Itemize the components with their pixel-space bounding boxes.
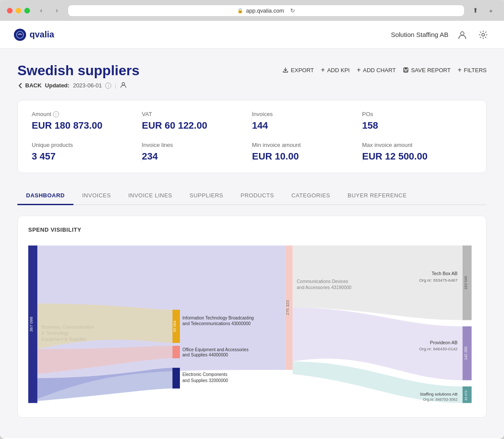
kpi-amount-value: EUR 180 873.00 [32, 120, 131, 131]
svg-point-1 [461, 32, 464, 35]
top-nav: qvalia Solution Staffing AB [0, 21, 504, 49]
add-chart-label: ADD CHART [363, 67, 396, 73]
kpi-amount-info[interactable]: i [53, 111, 59, 117]
svg-rect-4 [405, 68, 407, 69]
left-bar-label: 367 098 [29, 317, 33, 332]
staffing-org: Org.nr: 846703-3062 [423, 397, 458, 402]
save-report-button[interactable]: SAVE REPORT [403, 67, 451, 73]
close-button[interactable] [7, 8, 13, 13]
url-text: app.qvalia.com [246, 7, 284, 14]
tab-suppliers[interactable]: SUPPLIERS [181, 187, 232, 205]
user-icon [120, 81, 127, 90]
kpi-invoices: Invoices 144 [252, 111, 362, 131]
svg-rect-5 [405, 70, 407, 72]
filters-label: FILTERS [464, 67, 487, 73]
reload-icon[interactable]: ↻ [290, 7, 295, 14]
top-nav-right: Solution Staffing AB [391, 28, 490, 42]
kpi-invoices-value: 144 [252, 120, 351, 131]
tab-categories[interactable]: CATEGORIES [283, 187, 339, 205]
kpi-max-amount-value: EUR 12 500.00 [362, 151, 462, 162]
right-pink-label: 275 323 [285, 300, 290, 315]
provideon-name: Provideon AB [430, 340, 458, 345]
company-name: Solution Staffing AB [391, 31, 448, 38]
kpi-invoice-lines: Invoice lines 234 [142, 142, 252, 162]
main-page: Swedish suppliers EXPORT + ADD KPI + ADD… [0, 49, 504, 418]
sankey-chart: 367 098 Business, Communication & Techno… [28, 242, 476, 407]
kpi-min-amount: Min invoice amount EUR 10.00 [252, 142, 362, 162]
add-kpi-button[interactable]: + ADD KPI [321, 66, 350, 74]
kpi-pos-label: POs [362, 111, 462, 117]
kpi-vat-label: VAT [142, 111, 242, 117]
info-icon[interactable]: i [105, 83, 111, 89]
tabs-section: DASHBOARD INVOICES INVOICE LINES SUPPLIE… [17, 187, 487, 205]
chart-section: SPEND VISIBILITY 367 098 Business, Commu… [17, 216, 487, 418]
tabs-bar: DASHBOARD INVOICES INVOICE LINES SUPPLIE… [17, 187, 487, 205]
kpi-amount: Amount i EUR 180 873.00 [32, 111, 142, 131]
tech-box-org: Org.nr: 553475-6467 [419, 278, 458, 283]
kpi-vat: VAT EUR 60 122.00 [142, 111, 252, 131]
tab-invoices[interactable]: INVOICES [73, 187, 119, 205]
app-content: qvalia Solution Staffing AB Swedish supp… [0, 21, 504, 438]
kpi-unique-products: Unique products 3 457 [32, 142, 142, 162]
tab-dashboard[interactable]: DASHBOARD [17, 187, 73, 205]
kpi-max-amount: Max invoice amount EUR 12 500.00 [362, 142, 473, 162]
svg-point-2 [482, 33, 484, 36]
updated-date: 2023-06-01 [73, 82, 102, 89]
pink-bar-text2: and Supplies 44000000 [182, 353, 229, 357]
sankey-svg: 367 098 Business, Communication & Techno… [28, 242, 476, 407]
browser-actions: ⬆ + [469, 4, 497, 17]
address-bar[interactable]: 🔒 app.qvalia.com ↻ [68, 5, 464, 16]
dark-blue-bar-text2: and Supplies 32000000 [182, 378, 229, 383]
page-meta: BACK Updated: 2023-06-01 i | [17, 81, 487, 90]
staffing-name: Staffing solutions AB [420, 392, 458, 396]
settings-button[interactable] [476, 28, 490, 42]
profile-button[interactable] [455, 28, 469, 42]
yellow-bar-text2: and Telecommunications 43000000 [182, 321, 251, 326]
maximize-button[interactable] [24, 8, 30, 13]
kpi-amount-label: Amount i [32, 111, 131, 117]
svg-point-0 [17, 31, 23, 38]
minimize-button[interactable] [16, 8, 21, 13]
staffing-value: 33 073 [464, 390, 468, 400]
add-chart-button[interactable]: + ADD CHART [357, 66, 396, 74]
browser-nav: ‹ › [35, 4, 63, 17]
save-report-label: SAVE REPORT [411, 67, 451, 73]
kpi-unique-products-value: 3 457 [32, 151, 131, 162]
pink-bar [172, 346, 180, 359]
provideon-org: Org.nr: 846430-0142 [419, 346, 458, 351]
yellow-bar-label: 55 064 [172, 320, 177, 332]
kpi-max-amount-label: Max invoice amount [362, 142, 462, 148]
kpi-pos: POs 158 [362, 111, 473, 131]
logo-area: qvalia [14, 29, 54, 41]
kpi-vat-value: EUR 60 122.00 [142, 120, 242, 131]
new-tab-button[interactable]: + [485, 4, 497, 17]
export-label: EXPORT [291, 67, 314, 73]
tech-box-value: 183 549 [464, 276, 468, 289]
share-button[interactable]: ⬆ [469, 4, 481, 17]
kpi-min-amount-value: EUR 10.00 [252, 151, 351, 162]
back-nav-button[interactable]: ‹ [35, 4, 47, 17]
forward-nav-button[interactable]: › [51, 4, 63, 17]
svg-point-6 [122, 83, 125, 85]
tab-invoice-lines[interactable]: INVOICE LINES [119, 187, 181, 205]
back-button[interactable]: BACK [17, 82, 42, 89]
yellow-bar-text: Information Technology Broadcasting [182, 316, 254, 320]
tab-products[interactable]: PRODUCTS [232, 187, 283, 205]
lock-icon: 🔒 [237, 8, 243, 13]
kpi-pos-value: 158 [362, 120, 462, 131]
tech-box-name: Tech Box AB [432, 271, 458, 276]
tab-buyer-reference[interactable]: BUYER REFERENCE [339, 187, 415, 205]
pink-bar-text: Office Equipment and Accessories [182, 347, 249, 352]
dark-blue-bar [172, 368, 180, 389]
header-actions: EXPORT + ADD KPI + ADD CHART SAVE REPORT [282, 66, 487, 74]
traffic-lights [7, 8, 30, 13]
kpi-cards: Amount i EUR 180 873.00 VAT EUR 60 122.0… [17, 100, 487, 173]
kpi-invoices-label: Invoices [252, 111, 351, 117]
browser-window: ‹ › 🔒 app.qvalia.com ↻ ⬆ + [0, 0, 504, 439]
add-kpi-label: ADD KPI [327, 67, 350, 73]
kpi-unique-products-label: Unique products [32, 142, 131, 148]
filters-button[interactable]: + FILTERS [458, 66, 487, 74]
export-button[interactable]: EXPORT [282, 67, 314, 73]
kpi-invoice-lines-label: Invoice lines [142, 142, 242, 148]
chart-title: SPEND VISIBILITY [28, 226, 476, 233]
